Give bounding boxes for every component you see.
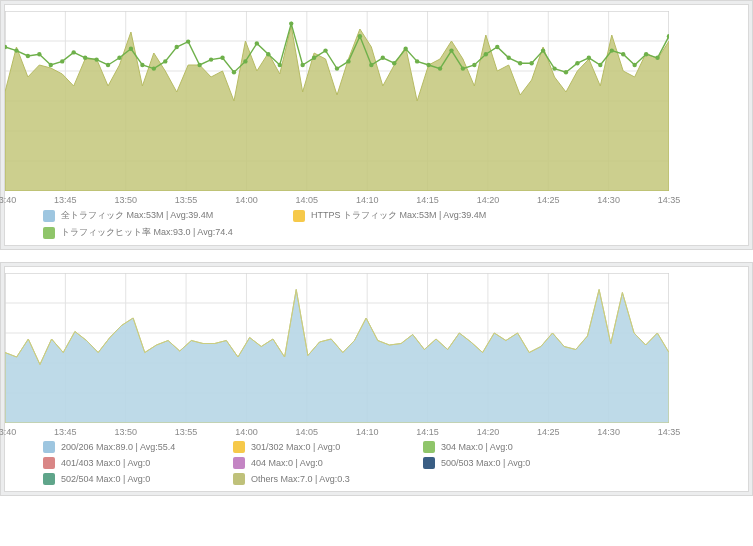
- svg-marker-99: [5, 290, 669, 424]
- legend-swatch-icon: [43, 441, 55, 453]
- svg-point-53: [369, 63, 373, 67]
- svg-point-34: [152, 66, 156, 70]
- svg-point-28: [83, 56, 87, 60]
- traffic-chart-panel: bps (ピーク) ヒット率 010M20M30M40M50M60M0%20%4…: [0, 0, 753, 250]
- chart2-legend: 200/206 Max:89.0 | Avg:55.4301/302 Max:0…: [43, 441, 738, 485]
- svg-point-78: [655, 56, 659, 60]
- svg-point-37: [186, 39, 190, 43]
- legend-swatch-icon: [43, 457, 55, 469]
- svg-point-55: [392, 61, 396, 65]
- svg-point-61: [461, 66, 465, 70]
- legend-label: 200/206 Max:89.0 | Avg:55.4: [61, 442, 175, 452]
- svg-point-36: [175, 45, 179, 49]
- svg-point-50: [335, 66, 339, 70]
- legend-item: 500/503 Max:0 | Avg:0: [423, 457, 613, 469]
- legend-label: 301/302 Max:0 | Avg:0: [251, 442, 340, 452]
- svg-point-74: [610, 48, 614, 52]
- legend-item: 401/403 Max:0 | Avg:0: [43, 457, 233, 469]
- svg-point-58: [426, 63, 430, 67]
- legend-item: 404 Max:0 | Avg:0: [233, 457, 423, 469]
- legend-item: HTTPS トラフィック Max:53M | Avg:39.4M: [293, 209, 543, 222]
- legend-swatch-icon: [43, 473, 55, 485]
- legend-label: 500/503 Max:0 | Avg:0: [441, 458, 530, 468]
- traffic-chart: bps (ピーク) ヒット率 010M20M30M40M50M60M0%20%4…: [5, 11, 749, 191]
- svg-point-38: [197, 63, 201, 67]
- svg-point-77: [644, 52, 648, 56]
- legend-swatch-icon: [423, 457, 435, 469]
- legend-item: Others Max:7.0 | Avg:0.3: [233, 473, 423, 485]
- svg-point-71: [575, 61, 579, 65]
- request-chart-panel: Request/分 (平均) 0.020.040.060.080.0100.01…: [0, 262, 753, 496]
- svg-point-29: [94, 57, 98, 61]
- svg-point-66: [518, 61, 522, 65]
- svg-point-65: [507, 56, 511, 60]
- svg-point-21: [5, 45, 7, 49]
- svg-point-39: [209, 57, 213, 61]
- legend-swatch-icon: [233, 473, 245, 485]
- svg-point-73: [598, 63, 602, 67]
- svg-point-22: [14, 48, 18, 52]
- svg-point-56: [403, 47, 407, 51]
- legend-item: 200/206 Max:89.0 | Avg:55.4: [43, 441, 233, 453]
- svg-point-33: [140, 63, 144, 67]
- legend-label: トラフィックヒット率 Max:93.0 | Avg:74.4: [61, 226, 233, 239]
- svg-point-75: [621, 52, 625, 56]
- legend-swatch-icon: [423, 441, 435, 453]
- svg-point-60: [449, 48, 453, 52]
- svg-point-25: [49, 63, 53, 67]
- svg-point-35: [163, 59, 167, 63]
- svg-point-48: [312, 56, 316, 60]
- request-chart: Request/分 (平均) 0.020.040.060.080.0100.01…: [5, 273, 749, 423]
- legend-item: 304 Max:0 | Avg:0: [423, 441, 613, 453]
- svg-point-63: [484, 52, 488, 56]
- legend-label: 304 Max:0 | Avg:0: [441, 442, 513, 452]
- svg-point-26: [60, 59, 64, 63]
- legend-item: 全トラフィック Max:53M | Avg:39.4M: [43, 209, 293, 222]
- svg-point-72: [587, 56, 591, 60]
- svg-point-69: [552, 66, 556, 70]
- svg-point-41: [232, 70, 236, 74]
- svg-point-23: [26, 54, 30, 58]
- svg-marker-20: [5, 26, 669, 191]
- svg-point-49: [323, 48, 327, 52]
- svg-point-64: [495, 45, 499, 49]
- svg-point-70: [564, 70, 568, 74]
- chart1-legend: 全トラフィック Max:53M | Avg:39.4MHTTPS トラフィック …: [43, 209, 738, 239]
- legend-swatch-icon: [293, 210, 305, 222]
- svg-point-45: [278, 63, 282, 67]
- legend-label: Others Max:7.0 | Avg:0.3: [251, 474, 350, 484]
- svg-point-57: [415, 59, 419, 63]
- svg-point-27: [71, 50, 75, 54]
- svg-point-40: [220, 56, 224, 60]
- legend-label: 502/504 Max:0 | Avg:0: [61, 474, 150, 484]
- svg-point-52: [358, 34, 362, 38]
- svg-point-46: [289, 21, 293, 25]
- svg-point-67: [529, 61, 533, 65]
- svg-point-43: [255, 41, 259, 45]
- legend-swatch-icon: [233, 457, 245, 469]
- svg-point-76: [632, 63, 636, 67]
- legend-label: 全トラフィック Max:53M | Avg:39.4M: [61, 209, 213, 222]
- svg-point-47: [300, 63, 304, 67]
- legend-label: HTTPS トラフィック Max:53M | Avg:39.4M: [311, 209, 486, 222]
- svg-point-54: [381, 56, 385, 60]
- svg-point-62: [472, 63, 476, 67]
- svg-point-24: [37, 52, 41, 56]
- legend-swatch-icon: [43, 210, 55, 222]
- legend-label: 401/403 Max:0 | Avg:0: [61, 458, 150, 468]
- svg-point-30: [106, 63, 110, 67]
- svg-point-44: [266, 52, 270, 56]
- legend-swatch-icon: [43, 227, 55, 239]
- legend-item: 502/504 Max:0 | Avg:0: [43, 473, 233, 485]
- svg-point-32: [129, 47, 133, 51]
- svg-point-59: [438, 66, 442, 70]
- svg-point-51: [346, 59, 350, 63]
- legend-item: トラフィックヒット率 Max:93.0 | Avg:74.4: [43, 226, 293, 239]
- svg-point-79: [667, 34, 669, 38]
- svg-point-42: [243, 59, 247, 63]
- legend-label: 404 Max:0 | Avg:0: [251, 458, 323, 468]
- legend-item: 301/302 Max:0 | Avg:0: [233, 441, 423, 453]
- legend-swatch-icon: [233, 441, 245, 453]
- svg-point-68: [541, 48, 545, 52]
- svg-point-31: [117, 56, 121, 60]
